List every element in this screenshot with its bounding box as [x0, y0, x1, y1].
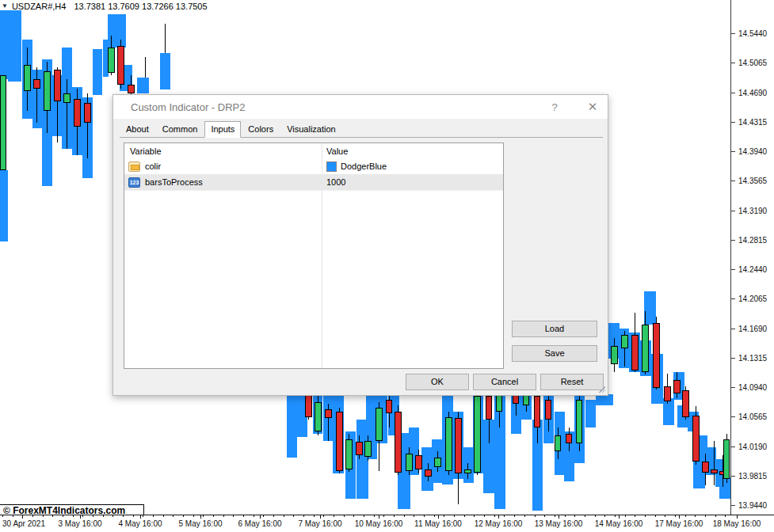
- dialog-title: Custom Indicator - DRP2: [131, 101, 246, 113]
- time-minor-tick: [675, 515, 676, 517]
- time-label: 11 May 16:00: [414, 519, 462, 528]
- price-tick: [731, 446, 735, 447]
- price-tick: [731, 63, 735, 63]
- time-minor-tick: [705, 515, 706, 517]
- price-tick: [731, 298, 735, 299]
- candle-body: [336, 412, 343, 471]
- time-minor-tick: [173, 515, 173, 517]
- price-tick: [731, 358, 735, 359]
- time-minor-tick: [233, 515, 234, 517]
- column-value: Value: [322, 146, 503, 156]
- candle-body: [415, 455, 422, 469]
- time-label: 6 May 16:00: [238, 519, 281, 528]
- price-label: 14.1690: [738, 324, 767, 332]
- candle-body: [621, 335, 628, 348]
- resize-grip-icon[interactable]: [597, 385, 605, 393]
- candle-wick: [165, 24, 166, 53]
- chevron-down-icon[interactable]: ▼: [2, 2, 8, 10]
- mt4-window: ▼ USDZAR#,H4 13.7381 13.7609 13.7266 13.…: [0, 0, 774, 532]
- time-tick: [498, 515, 499, 519]
- time-minor-tick: [213, 515, 214, 517]
- table-row-colir[interactable]: colir DodgerBlue: [124, 158, 503, 174]
- candle-body: [474, 396, 481, 473]
- tab-colors[interactable]: Colors: [242, 121, 280, 138]
- table-row-barsToProcess[interactable]: 123barsToProcess 1000: [124, 174, 503, 190]
- cancel-button[interactable]: Cancel: [473, 374, 536, 390]
- time-minor-tick: [314, 515, 315, 517]
- tab-visualization[interactable]: Visualization: [280, 121, 342, 138]
- candle-body: [486, 396, 492, 420]
- time-tick: [559, 515, 559, 519]
- candle-body: [653, 323, 660, 388]
- time-axis[interactable]: 30 Apr 20213 May 16:004 May 16:005 May 1…: [0, 515, 774, 532]
- candle-body: [611, 346, 618, 364]
- dialog-titlebar[interactable]: Custom Indicator - DRP2 ? ✕: [113, 95, 608, 119]
- candle-body: [434, 458, 441, 467]
- indicator-bar: [663, 398, 674, 425]
- variable-name: colir: [145, 162, 161, 171]
- color-swatch[interactable]: [326, 162, 337, 172]
- candle-body: [673, 380, 681, 393]
- symbol-label: USDZAR#,H4: [12, 2, 66, 11]
- time-minor-tick: [685, 515, 686, 517]
- indicator-bar: [160, 53, 170, 89]
- close-icon[interactable]: ✕: [579, 95, 606, 119]
- time-tick: [22, 515, 23, 519]
- value-text[interactable]: DodgerBlue: [341, 162, 387, 171]
- candle-body: [54, 70, 61, 101]
- time-label: 5 May 16:00: [178, 519, 222, 528]
- load-button[interactable]: Load: [512, 321, 597, 337]
- price-label: 14.0190: [738, 442, 767, 450]
- indicator-bar: [585, 400, 596, 428]
- candle-body: [74, 99, 81, 127]
- time-minor-tick: [353, 515, 354, 517]
- candle-body: [395, 412, 402, 473]
- candle-body: [425, 469, 432, 477]
- candle-body: [464, 469, 471, 473]
- candle-body: [555, 435, 561, 451]
- price-tick: [731, 151, 735, 152]
- time-minor-tick: [323, 515, 324, 517]
- time-label: 13 May 16:00: [535, 519, 583, 528]
- time-minor-tick: [123, 515, 124, 517]
- time-minor-tick: [273, 515, 274, 517]
- time-minor-tick: [73, 515, 74, 517]
- ok-button[interactable]: OK: [406, 374, 469, 390]
- candle-body: [711, 469, 718, 473]
- time-minor-tick: [544, 515, 545, 517]
- time-minor-tick: [464, 515, 465, 517]
- time-minor-tick: [374, 515, 375, 517]
- indicator-bar: [93, 49, 102, 95]
- tab-about[interactable]: About: [120, 121, 155, 138]
- time-minor-tick: [725, 515, 726, 517]
- time-label: 14 May 16:00: [595, 519, 643, 528]
- time-tick: [438, 515, 439, 519]
- time-minor-tick: [344, 515, 345, 517]
- tab-common[interactable]: Common: [156, 121, 204, 138]
- time-label: 10 May 16:00: [355, 519, 403, 528]
- help-icon[interactable]: ?: [541, 95, 568, 119]
- inputs-table[interactable]: Variable Valuecolir DodgerBlue123barsToP…: [124, 142, 504, 369]
- indicator-bar: [0, 170, 8, 241]
- price-label: 14.0565: [738, 412, 767, 421]
- indicator-bar: [8, 10, 21, 82]
- custom-indicator-dialog: Custom Indicator - DRP2 ? ✕ AboutCommonI…: [112, 94, 608, 396]
- candle-body: [128, 85, 135, 93]
- candle-body: [642, 325, 649, 372]
- value-text[interactable]: 1000: [326, 177, 345, 187]
- tab-inputs[interactable]: Inputs: [204, 121, 241, 138]
- time-minor-tick: [243, 515, 244, 517]
- time-minor-tick: [254, 515, 254, 517]
- time-minor-tick: [655, 515, 656, 517]
- time-tick: [200, 515, 201, 519]
- candle-body: [376, 408, 383, 441]
- time-minor-tick: [535, 515, 536, 517]
- time-tick: [379, 515, 379, 519]
- price-axis[interactable]: 14.544014.506514.469014.431514.394014.35…: [730, 0, 774, 515]
- reset-button[interactable]: Reset: [540, 374, 604, 390]
- time-minor-tick: [514, 515, 515, 517]
- time-tick: [260, 515, 261, 519]
- price-label: 14.4690: [738, 88, 767, 97]
- time-minor-tick: [2, 515, 3, 517]
- save-button[interactable]: Save: [512, 345, 597, 362]
